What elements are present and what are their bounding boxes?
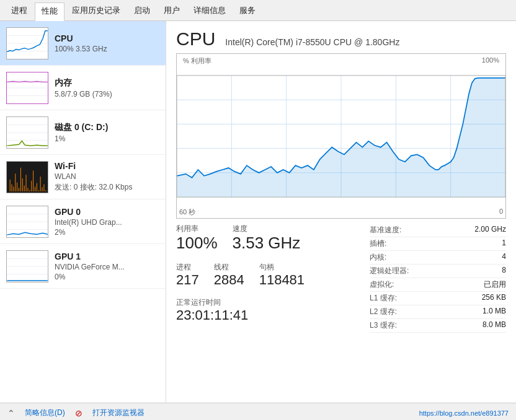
spec-row: 插槽:1: [370, 237, 506, 251]
cpu-chart: % 利用率 100%: [176, 53, 506, 219]
spec-value: 8.0 MB: [483, 320, 506, 331]
stats-section: 利用率 100% 速度 3.53 GHz 进程 217 线程: [176, 224, 506, 333]
spec-label: L3 缓存:: [370, 320, 397, 331]
uptime-group: 正常运行时间 23:01:11:41: [176, 297, 360, 323]
speed-value: 3.53 GHz: [233, 234, 301, 252]
main-container: CPU 100% 3.53 GHz 内存 5.8/7.9 GB (73%): [0, 21, 516, 403]
utilization-label: 利用率: [176, 224, 218, 234]
spec-value: 256 KB: [482, 293, 506, 304]
spec-label: 插槽:: [370, 238, 386, 249]
disk-thumbnail: [6, 116, 48, 149]
memory-sidebar-title: 内存: [55, 77, 159, 89]
chart-y-label: % 利用率: [180, 55, 214, 67]
gpu0-sidebar-info: GPU 0 Intel(R) UHD Grap... 2%: [55, 207, 159, 237]
spec-value: 1.0 MB: [483, 307, 506, 317]
cpu-chart-svg: [177, 68, 505, 204]
spec-row: 虚拟化:已启用: [370, 278, 506, 292]
chart-time-labels: 60 秒 0: [177, 206, 505, 218]
uptime-label: 正常运行时间: [176, 297, 360, 308]
handles-label: 句柄: [259, 262, 305, 273]
cpu-sidebar-title: CPU: [55, 33, 159, 43]
page-title: CPU: [176, 28, 215, 50]
uptime-value: 23:01:11:41: [176, 308, 360, 323]
sidebar-item-gpu1[interactable]: GPU 1 NVIDIA GeForce M... 0%: [0, 244, 166, 289]
sidebar-item-memory[interactable]: 内存 5.8/7.9 GB (73%): [0, 66, 166, 110]
speed-label: 速度: [233, 224, 301, 234]
cpu-sidebar-info: CPU 100% 3.53 GHz: [55, 33, 159, 53]
processes-label: 进程: [176, 262, 199, 273]
spec-row: 逻辑处理器:8: [370, 265, 506, 278]
gpu1-thumbnail: [6, 250, 48, 282]
menu-item-startup[interactable]: 启动: [128, 2, 156, 20]
cpu-thumbnail: [6, 27, 48, 59]
sidebar-item-disk[interactable]: 磁盘 0 (C: D:) 1%: [0, 110, 166, 155]
menu-item-services[interactable]: 服务: [233, 2, 262, 20]
speed-group: 速度 3.53 GHz: [233, 224, 301, 252]
summary-link[interactable]: 简略信息(D): [25, 408, 65, 418]
gpu0-thumbnail: [6, 206, 48, 238]
spec-label: L2 缓存:: [370, 307, 397, 317]
stop-icon: ⊘: [75, 408, 82, 418]
spec-row: L2 缓存:1.0 MB: [370, 305, 506, 319]
threads-group: 线程 2884: [214, 262, 244, 287]
cpu-model: Intel(R) Core(TM) i7-8550U CPU @ 1.80GHz: [225, 37, 399, 47]
spec-label: 逻辑处理器:: [370, 266, 409, 276]
sidebar-item-wifi[interactable]: Wi-Fi WLAN 发送: 0 接收: 32.0 Kbps: [0, 155, 166, 199]
processes-group: 进程 217: [176, 262, 199, 287]
monitor-link[interactable]: 打开资源监视器: [92, 408, 145, 418]
chevron-up-icon: ⌃: [7, 408, 15, 418]
cpu-header: CPU Intel(R) Core(TM) i7-8550U CPU @ 1.8…: [176, 28, 506, 50]
utilization-speed-row: 利用率 100% 速度 3.53 GHz: [176, 224, 360, 257]
threads-value: 2884: [214, 273, 244, 287]
spec-row: 内核:4: [370, 251, 506, 265]
wifi-sidebar-sub2: 发送: 0 接收: 32.0 Kbps: [55, 182, 159, 193]
wifi-sidebar-info: Wi-Fi WLAN 发送: 0 接收: 32.0 Kbps: [55, 161, 159, 193]
utilization-group: 利用率 100%: [176, 224, 218, 252]
gpu0-sidebar-sub1: Intel(R) UHD Grap...: [55, 218, 159, 227]
gpu1-sidebar-info: GPU 1 NVIDIA GeForce M... 0%: [55, 252, 159, 281]
gpu1-sidebar-sub1: NVIDIA GeForce M...: [55, 263, 159, 271]
wifi-sidebar-sub1: WLAN: [55, 172, 159, 181]
processes-threads-row: 进程 217 线程 2884 句柄 118481: [176, 262, 360, 292]
spec-value: 1: [502, 238, 506, 249]
spec-row: 基准速度:2.00 GHz: [370, 224, 506, 237]
spec-value: 已启用: [484, 279, 506, 290]
spec-label: 内核:: [370, 252, 386, 263]
spec-value: 2.00 GHz: [474, 225, 506, 235]
sidebar-item-gpu0[interactable]: GPU 0 Intel(R) UHD Grap... 2%: [0, 199, 166, 244]
menu-item-app-history[interactable]: 应用历史记录: [66, 2, 127, 20]
disk-sidebar-sub: 1%: [55, 134, 159, 143]
chart-time-end: 0: [499, 208, 503, 217]
specs-section: 基准速度:2.00 GHz插槽:1内核:4逻辑处理器:8虚拟化:已启用L1 缓存…: [370, 224, 506, 333]
menu-item-performance[interactable]: 性能: [35, 2, 64, 21]
gpu0-sidebar-title: GPU 0: [55, 207, 159, 217]
spec-value: 8: [502, 266, 506, 276]
menu-item-processes[interactable]: 进程: [5, 2, 33, 20]
memory-thumbnail: [6, 72, 48, 104]
menu-item-details[interactable]: 详细信息: [187, 2, 232, 20]
processes-value: 217: [176, 273, 199, 287]
memory-sidebar-info: 内存 5.8/7.9 GB (73%): [55, 77, 159, 98]
watermark: https://blog.csdn.net/e891377: [419, 409, 509, 417]
menu-bar: 进程 性能 应用历史记录 启动 用户 详细信息 服务: [0, 0, 516, 21]
sidebar: CPU 100% 3.53 GHz 内存 5.8/7.9 GB (73%): [0, 21, 166, 403]
cpu-sidebar-sub: 100% 3.53 GHz: [55, 45, 159, 53]
spec-label: L1 缓存:: [370, 293, 397, 304]
disk-sidebar-title: 磁盘 0 (C: D:): [55, 122, 159, 133]
wifi-thumbnail: [6, 161, 48, 193]
sidebar-item-cpu[interactable]: CPU 100% 3.53 GHz: [0, 21, 166, 66]
spec-row: L3 缓存:8.0 MB: [370, 319, 506, 333]
threads-label: 线程: [214, 262, 244, 273]
bottom-bar: ⌃ 简略信息(D) ⊘ 打开资源监视器 https://blog.csdn.ne…: [0, 403, 516, 420]
content-panel: CPU Intel(R) Core(TM) i7-8550U CPU @ 1.8…: [166, 21, 516, 403]
svg-rect-12: [7, 162, 47, 193]
wifi-sidebar-title: Wi-Fi: [55, 161, 159, 171]
gpu1-sidebar-title: GPU 1: [55, 252, 159, 261]
stats-left: 利用率 100% 速度 3.53 GHz 进程 217 线程: [176, 224, 370, 333]
spec-value: 4: [502, 252, 506, 263]
menu-item-users[interactable]: 用户: [158, 2, 186, 20]
spec-label: 虚拟化:: [370, 279, 394, 290]
handles-group: 句柄 118481: [259, 262, 305, 287]
spec-label: 基准速度:: [370, 225, 401, 235]
spec-row: L1 缓存:256 KB: [370, 292, 506, 305]
